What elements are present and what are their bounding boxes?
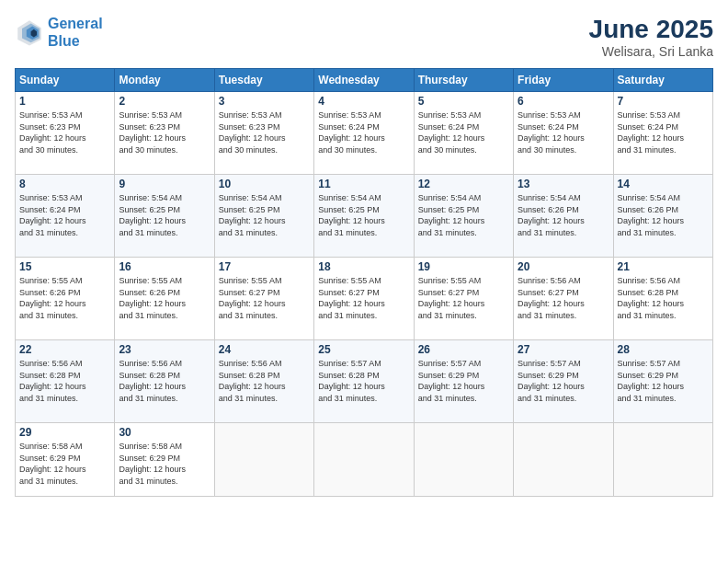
table-row: 25Sunrise: 5:57 AMSunset: 6:28 PMDayligh… — [314, 340, 414, 423]
day-info: Sunrise: 5:55 AMSunset: 6:26 PMDaylight:… — [19, 275, 110, 321]
day-info: Sunrise: 5:57 AMSunset: 6:29 PMDaylight:… — [518, 358, 609, 404]
header-friday: Friday — [514, 69, 613, 92]
day-info: Sunrise: 5:53 AMSunset: 6:23 PMDaylight:… — [119, 109, 210, 155]
month-title: June 2025 — [589, 15, 713, 44]
day-number: 12 — [418, 178, 509, 190]
table-row: 17Sunrise: 5:55 AMSunset: 6:27 PMDayligh… — [214, 258, 313, 340]
table-row: 19Sunrise: 5:55 AMSunset: 6:27 PMDayligh… — [414, 258, 513, 340]
day-number: 26 — [418, 343, 509, 356]
day-info: Sunrise: 5:53 AMSunset: 6:23 PMDaylight:… — [219, 109, 310, 155]
logo: General Blue — [15, 15, 103, 50]
day-number: 28 — [618, 343, 709, 356]
table-row: 27Sunrise: 5:57 AMSunset: 6:29 PMDayligh… — [514, 340, 613, 423]
day-info: Sunrise: 5:54 AMSunset: 6:25 PMDaylight:… — [119, 192, 210, 238]
table-row: 8Sunrise: 5:53 AMSunset: 6:24 PMDaylight… — [16, 175, 115, 258]
table-row: 26Sunrise: 5:57 AMSunset: 6:29 PMDayligh… — [414, 340, 513, 423]
table-row: 7Sunrise: 5:53 AMSunset: 6:24 PMDaylight… — [613, 92, 712, 175]
table-row: 9Sunrise: 5:54 AMSunset: 6:25 PMDaylight… — [115, 175, 214, 258]
table-row: 6Sunrise: 5:53 AMSunset: 6:24 PMDaylight… — [514, 92, 613, 175]
day-info: Sunrise: 5:55 AMSunset: 6:27 PMDaylight:… — [318, 275, 409, 321]
header-row: Sunday Monday Tuesday Wednesday Thursday… — [16, 69, 713, 92]
day-info: Sunrise: 5:53 AMSunset: 6:24 PMDaylight:… — [19, 192, 110, 238]
day-info: Sunrise: 5:58 AMSunset: 6:29 PMDaylight:… — [19, 441, 110, 487]
day-info: Sunrise: 5:56 AMSunset: 6:28 PMDaylight:… — [219, 358, 310, 404]
calendar-row: 15Sunrise: 5:55 AMSunset: 6:26 PMDayligh… — [16, 258, 713, 340]
table-row: 1Sunrise: 5:53 AMSunset: 6:23 PMDaylight… — [16, 92, 115, 175]
day-info: Sunrise: 5:54 AMSunset: 6:25 PMDaylight:… — [418, 192, 509, 238]
day-number: 19 — [418, 260, 509, 273]
day-info: Sunrise: 5:58 AMSunset: 6:29 PMDaylight:… — [119, 441, 210, 487]
page: General Blue June 2025 Welisara, Sri Lan… — [0, 0, 728, 563]
day-number: 21 — [618, 260, 709, 273]
header: General Blue June 2025 Welisara, Sri Lan… — [15, 15, 713, 59]
day-info: Sunrise: 5:53 AMSunset: 6:24 PMDaylight:… — [518, 109, 609, 155]
day-info: Sunrise: 5:57 AMSunset: 6:29 PMDaylight:… — [618, 358, 709, 404]
day-number: 7 — [618, 95, 709, 108]
day-info: Sunrise: 5:56 AMSunset: 6:27 PMDaylight:… — [518, 275, 609, 321]
calendar-row: 22Sunrise: 5:56 AMSunset: 6:28 PMDayligh… — [16, 340, 713, 423]
day-number: 25 — [318, 343, 409, 356]
table-row: 12Sunrise: 5:54 AMSunset: 6:25 PMDayligh… — [414, 175, 513, 258]
table-row — [314, 423, 414, 497]
calendar-row: 29Sunrise: 5:58 AMSunset: 6:29 PMDayligh… — [16, 423, 713, 497]
table-row: 14Sunrise: 5:54 AMSunset: 6:26 PMDayligh… — [613, 175, 712, 258]
day-info: Sunrise: 5:54 AMSunset: 6:26 PMDaylight:… — [618, 192, 709, 238]
table-row: 24Sunrise: 5:56 AMSunset: 6:28 PMDayligh… — [214, 340, 313, 423]
day-number: 13 — [518, 178, 609, 190]
logo-icon — [15, 17, 44, 47]
table-row: 18Sunrise: 5:55 AMSunset: 6:27 PMDayligh… — [314, 258, 414, 340]
day-number: 8 — [19, 178, 110, 190]
day-info: Sunrise: 5:55 AMSunset: 6:27 PMDaylight:… — [219, 275, 310, 321]
day-number: 11 — [318, 178, 409, 190]
day-number: 9 — [119, 178, 210, 190]
day-number: 16 — [119, 260, 210, 273]
logo-line1: General — [48, 16, 103, 31]
header-monday: Monday — [115, 69, 214, 92]
table-row: 29Sunrise: 5:58 AMSunset: 6:29 PMDayligh… — [16, 423, 115, 497]
day-number: 10 — [219, 178, 310, 190]
day-info: Sunrise: 5:53 AMSunset: 6:24 PMDaylight:… — [418, 109, 509, 155]
logo-line2: Blue — [48, 33, 80, 49]
table-row: 30Sunrise: 5:58 AMSunset: 6:29 PMDayligh… — [115, 423, 214, 497]
table-row: 11Sunrise: 5:54 AMSunset: 6:25 PMDayligh… — [314, 175, 414, 258]
day-number: 27 — [518, 343, 609, 356]
table-row: 2Sunrise: 5:53 AMSunset: 6:23 PMDaylight… — [115, 92, 214, 175]
table-row: 21Sunrise: 5:56 AMSunset: 6:28 PMDayligh… — [613, 258, 712, 340]
day-number: 6 — [518, 95, 609, 108]
table-row: 10Sunrise: 5:54 AMSunset: 6:25 PMDayligh… — [214, 175, 313, 258]
table-row — [514, 423, 613, 497]
table-row: 20Sunrise: 5:56 AMSunset: 6:27 PMDayligh… — [514, 258, 613, 340]
logo-text: General Blue — [48, 15, 103, 50]
calendar-table: Sunday Monday Tuesday Wednesday Thursday… — [15, 68, 713, 497]
day-info: Sunrise: 5:56 AMSunset: 6:28 PMDaylight:… — [618, 275, 709, 321]
day-info: Sunrise: 5:54 AMSunset: 6:25 PMDaylight:… — [318, 192, 409, 238]
day-info: Sunrise: 5:54 AMSunset: 6:25 PMDaylight:… — [219, 192, 310, 238]
day-info: Sunrise: 5:55 AMSunset: 6:27 PMDaylight:… — [418, 275, 509, 321]
table-row: 23Sunrise: 5:56 AMSunset: 6:28 PMDayligh… — [115, 340, 214, 423]
day-number: 30 — [119, 426, 210, 439]
header-saturday: Saturday — [613, 69, 712, 92]
day-number: 5 — [418, 95, 509, 108]
day-number: 18 — [318, 260, 409, 273]
day-info: Sunrise: 5:57 AMSunset: 6:29 PMDaylight:… — [418, 358, 509, 404]
table-row: 13Sunrise: 5:54 AMSunset: 6:26 PMDayligh… — [514, 175, 613, 258]
table-row — [613, 423, 712, 497]
day-number: 14 — [618, 178, 709, 190]
day-info: Sunrise: 5:56 AMSunset: 6:28 PMDaylight:… — [19, 358, 110, 404]
table-row: 22Sunrise: 5:56 AMSunset: 6:28 PMDayligh… — [16, 340, 115, 423]
day-number: 4 — [318, 95, 409, 108]
day-info: Sunrise: 5:53 AMSunset: 6:24 PMDaylight:… — [618, 109, 709, 155]
title-section: June 2025 Welisara, Sri Lanka — [589, 15, 713, 59]
calendar-row: 8Sunrise: 5:53 AMSunset: 6:24 PMDaylight… — [16, 175, 713, 258]
table-row: 4Sunrise: 5:53 AMSunset: 6:24 PMDaylight… — [314, 92, 414, 175]
day-number: 22 — [19, 343, 110, 356]
header-wednesday: Wednesday — [314, 69, 414, 92]
day-number: 1 — [19, 95, 110, 108]
table-row — [414, 423, 513, 497]
day-info: Sunrise: 5:53 AMSunset: 6:23 PMDaylight:… — [19, 109, 110, 155]
location: Welisara, Sri Lanka — [589, 44, 713, 59]
table-row: 28Sunrise: 5:57 AMSunset: 6:29 PMDayligh… — [613, 340, 712, 423]
day-number: 3 — [219, 95, 310, 108]
day-number: 24 — [219, 343, 310, 356]
header-tuesday: Tuesday — [214, 69, 313, 92]
